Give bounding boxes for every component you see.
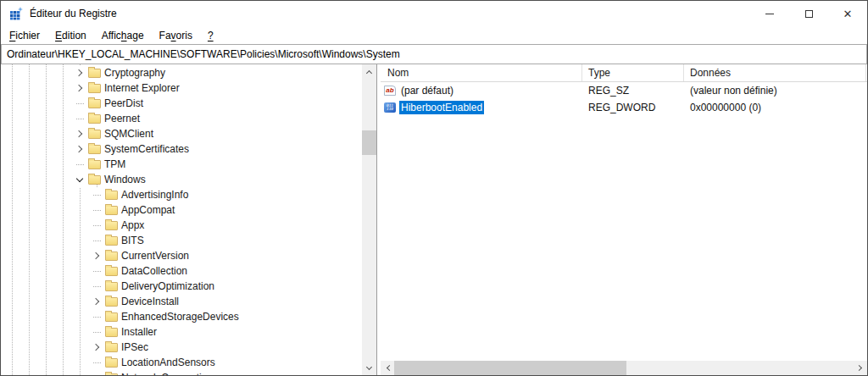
scrollbar-thumb[interactable] xyxy=(394,361,626,375)
chevron-right-icon[interactable] xyxy=(74,80,86,96)
folder-icon xyxy=(105,343,118,352)
folder-icon xyxy=(88,69,101,78)
maximize-button[interactable] xyxy=(789,1,828,26)
tree-item-label: BITS xyxy=(121,233,144,248)
tree-connector-dash xyxy=(91,202,103,218)
column-header-type-label: Type xyxy=(588,67,610,79)
tree-pane: CryptographyInternet ExplorerPeerDistPee… xyxy=(1,64,377,375)
reg-string-icon: ab xyxy=(384,86,396,96)
tree-connector-dash xyxy=(74,157,86,172)
menu-help[interactable]: ? xyxy=(200,28,221,43)
menu-edition-rest: dition xyxy=(62,30,86,41)
regedit-app-icon xyxy=(9,7,23,20)
scrollbar-up-button[interactable] xyxy=(362,64,376,79)
chevron-right-icon[interactable] xyxy=(91,294,103,309)
tree-item-label: Appx xyxy=(121,218,144,233)
value-name-cell[interactable]: 011110HiberbootEnabled xyxy=(381,101,582,114)
chevron-right-icon[interactable] xyxy=(74,65,86,80)
tree-item-label: IPSec xyxy=(121,340,148,355)
folder-icon xyxy=(105,297,118,307)
chevron-right-icon[interactable] xyxy=(74,126,86,141)
folder-icon xyxy=(105,191,118,200)
tree-item-appcompat[interactable]: AppCompat xyxy=(1,202,362,218)
tree-item-peernet[interactable]: Peernet xyxy=(1,111,362,126)
minimize-icon xyxy=(765,14,774,14)
chevron-right-icon xyxy=(855,365,861,371)
values-rows: ab(par défaut)REG_SZ(valeur non définie)… xyxy=(381,82,867,116)
value-row--par-d-faut-[interactable]: ab(par défaut)REG_SZ(valeur non définie) xyxy=(381,82,867,99)
reg-dword-icon: 011110 xyxy=(384,102,396,113)
folder-icon xyxy=(105,358,118,368)
values-pane: Nom Type Données ab(par défaut)REG_SZ(va… xyxy=(381,64,867,375)
chevron-right-icon[interactable] xyxy=(74,141,86,157)
tree-item-network-connections[interactable]: Network Connections xyxy=(1,370,362,375)
tree-item-label: Internet Explorer xyxy=(104,80,180,96)
tree-item-label: DataCollection xyxy=(121,263,187,279)
tree-item-peerdist[interactable]: PeerDist xyxy=(1,96,362,111)
value-type-cell: REG_DWORD xyxy=(582,102,684,113)
scrollbar-right-button[interactable] xyxy=(853,361,867,375)
tree-item-internet-explorer[interactable]: Internet Explorer xyxy=(1,80,362,96)
address-input[interactable] xyxy=(2,48,866,60)
column-header-type[interactable]: Type xyxy=(582,64,684,81)
value-name-cell[interactable]: ab(par défaut) xyxy=(381,84,582,97)
value-row-hiberbootenabled[interactable]: 011110HiberbootEnabledREG_DWORD0x0000000… xyxy=(381,99,867,116)
value-type-cell: REG_SZ xyxy=(582,85,684,97)
tree-item-installer[interactable]: Installer xyxy=(1,324,362,340)
folder-icon xyxy=(88,175,101,185)
scrollbar-thumb[interactable] xyxy=(362,130,376,155)
menu-affichage[interactable]: Affichage xyxy=(94,28,152,43)
column-header-nom[interactable]: Nom xyxy=(381,64,582,81)
chevron-right-icon[interactable] xyxy=(91,248,103,263)
tree-item-label: TPM xyxy=(104,157,125,172)
tree-connector-dash xyxy=(91,370,103,375)
tree-item-sqmclient[interactable]: SQMClient xyxy=(1,126,362,141)
tree-item-label: SystemCertificates xyxy=(104,141,189,157)
values-horizontal-scrollbar[interactable] xyxy=(381,361,867,375)
tree-item-deliveryoptimization[interactable]: DeliveryOptimization xyxy=(1,279,362,294)
tree-item-ipsec[interactable]: IPSec xyxy=(1,340,362,355)
tree-item-appx[interactable]: Appx xyxy=(1,218,362,233)
tree-item-label: Cryptography xyxy=(104,65,165,80)
menu-favoris[interactable]: Favoris xyxy=(152,28,200,43)
folder-icon xyxy=(105,328,118,337)
menu-fichier[interactable]: Fichier xyxy=(2,28,47,43)
tree-item-label: AppCompat xyxy=(121,202,175,218)
menu-help-accesskey: ? xyxy=(208,30,214,41)
tree-item-datacollection[interactable]: DataCollection xyxy=(1,263,362,279)
address-bar xyxy=(1,44,867,64)
value-data-cell: 0x00000000 (0) xyxy=(684,102,867,113)
tree-item-label: LocationAndSensors xyxy=(121,355,215,370)
values-header: Nom Type Données xyxy=(381,64,867,82)
tree-item-deviceinstall[interactable]: DeviceInstall xyxy=(1,294,362,309)
tree-item-currentversion[interactable]: CurrentVersion xyxy=(1,248,362,263)
tree-item-advertisinginfo[interactable]: AdvertisingInfo xyxy=(1,187,362,202)
minimize-button[interactable] xyxy=(750,1,789,26)
tree-item-bits[interactable]: BITS xyxy=(1,233,362,248)
title-bar: Éditeur du Registre ✕ xyxy=(1,1,867,26)
tree-connector-dash xyxy=(74,111,86,126)
chevron-right-icon[interactable] xyxy=(91,340,103,355)
tree-item-locationandsensors[interactable]: LocationAndSensors xyxy=(1,355,362,370)
tree-item-cryptography[interactable]: Cryptography xyxy=(1,65,362,80)
column-header-donnees[interactable]: Données xyxy=(684,64,866,81)
tree-item-tpm[interactable]: TPM xyxy=(1,157,362,172)
tree-item-label: Network Connections xyxy=(121,370,218,375)
close-button[interactable]: ✕ xyxy=(828,1,867,26)
scrollbar-left-button[interactable] xyxy=(381,361,395,375)
folder-icon xyxy=(88,130,101,139)
tree-vertical-scrollbar[interactable] xyxy=(362,64,376,375)
column-header-donnees-label: Données xyxy=(690,67,731,79)
tree-item-windows[interactable]: Windows xyxy=(1,172,362,187)
menu-fichier-rest: ichier xyxy=(15,30,40,41)
menu-edition[interactable]: Edition xyxy=(47,28,94,43)
chevron-down-icon[interactable] xyxy=(74,172,86,187)
menu-affichage-accesskey: h xyxy=(121,30,127,41)
tree-item-label: Peernet xyxy=(104,111,140,126)
tree-item-enhancedstoragedevices[interactable]: EnhancedStorageDevices xyxy=(1,309,362,324)
tree-item-systemcertificates[interactable]: SystemCertificates xyxy=(1,141,362,157)
scrollbar-down-button[interactable] xyxy=(362,361,376,375)
tree-item-label: AdvertisingInfo xyxy=(121,187,188,202)
value-data-cell: (valeur non définie) xyxy=(684,85,867,97)
tree-connector-dash xyxy=(91,355,103,370)
